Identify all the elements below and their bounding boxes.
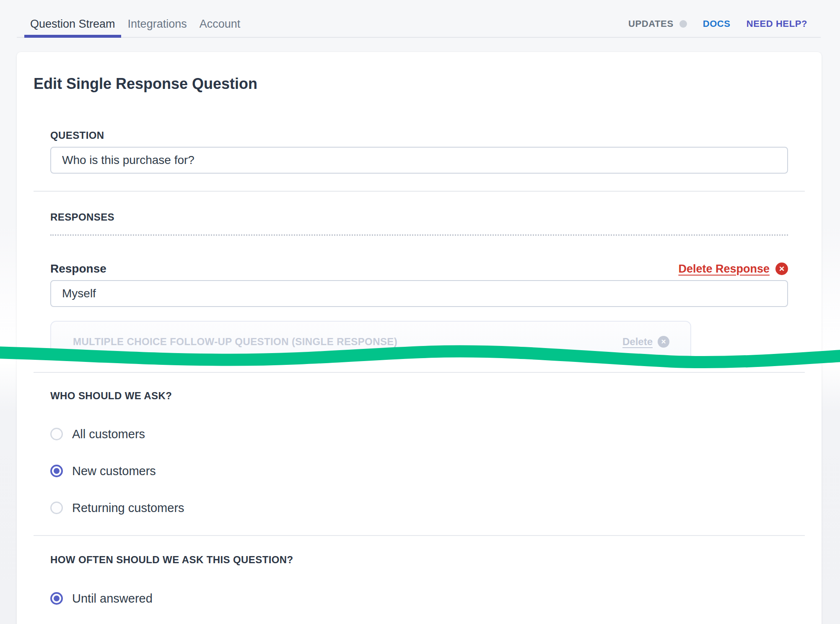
radio-unselected-icon[interactable] <box>50 428 63 440</box>
radio-option-new-customers[interactable]: New customers <box>50 464 156 478</box>
docs-link[interactable]: DOCS <box>703 18 731 29</box>
delete-response-link[interactable]: Delete Response ✕ <box>678 263 788 276</box>
x-circle-icon[interactable]: ✕ <box>658 336 669 348</box>
updates-label: UPDATES <box>628 18 674 29</box>
section-divider <box>34 191 805 192</box>
tab-account[interactable]: Account <box>200 11 241 37</box>
x-circle-icon[interactable]: ✕ <box>775 263 788 275</box>
radio-option-label: New customers <box>72 464 156 478</box>
radio-option-label: All customers <box>72 427 145 441</box>
question-input[interactable] <box>50 147 788 174</box>
frequency-label: HOW OFTEN SHOULD WE ASK THIS QUESTION? <box>50 554 788 566</box>
updates-status-dot-icon <box>679 20 687 28</box>
page-title: Edit Single Response Question <box>34 75 805 93</box>
radio-option-returning-customers[interactable]: Returning customers <box>50 501 184 515</box>
question-label: QUESTION <box>50 129 788 142</box>
radio-option-label: Until answered <box>72 592 153 606</box>
responses-dotted-divider <box>50 234 788 236</box>
radio-option-all-customers[interactable]: All customers <box>50 427 145 441</box>
radio-selected-icon[interactable] <box>50 592 63 605</box>
followup-question-label: MULTIPLE CHOICE FOLLOW-UP QUESTION (SING… <box>73 336 397 348</box>
content-card: Edit Single Response Question QUESTION R… <box>17 52 822 624</box>
updates-link[interactable]: UPDATES <box>628 18 687 29</box>
response-input[interactable] <box>50 280 788 307</box>
followup-delete-label: Delete <box>622 336 653 348</box>
radio-unselected-icon[interactable] <box>50 502 63 514</box>
tab-question-stream[interactable]: Question Stream <box>30 11 115 37</box>
delete-response-label: Delete Response <box>678 263 770 276</box>
responses-label: RESPONSES <box>50 211 788 224</box>
audience-label: WHO SHOULD WE ASK? <box>50 390 788 402</box>
radio-option-until-answered[interactable]: Until answered <box>50 592 153 605</box>
radio-selected-icon[interactable] <box>50 465 63 477</box>
radio-option-label: Returning customers <box>72 501 184 515</box>
section-divider <box>34 535 805 536</box>
section-divider <box>34 372 805 373</box>
followup-delete-link[interactable]: Delete ✕ <box>622 336 669 348</box>
need-help-link[interactable]: NEED HELP? <box>747 18 807 29</box>
nav-right-links: UPDATES DOCS NEED HELP? <box>628 11 807 37</box>
tab-integrations[interactable]: Integrations <box>128 11 187 37</box>
response-label: Response <box>50 262 106 276</box>
followup-question-card: MULTIPLE CHOICE FOLLOW-UP QUESTION (SING… <box>50 321 691 356</box>
top-nav: Question Stream Integrations Account UPD… <box>17 0 821 38</box>
